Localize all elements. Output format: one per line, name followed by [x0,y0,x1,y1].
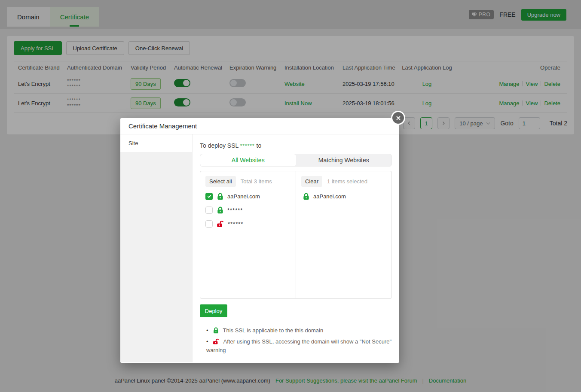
unlock-icon [217,220,224,228]
lock-icon [303,193,310,200]
modal-title: Certificate Management [128,122,197,130]
select-all-button[interactable]: Select all [205,176,236,187]
modal-close-button[interactable] [392,112,404,124]
website-label: aaPanel.com [227,193,260,200]
bullet: • [206,338,208,345]
sidebar-item-label: Site [128,140,138,146]
selected-websites-panel: Clear 1 items selected aaPanel.com [296,171,391,298]
website-checkbox[interactable] [205,220,213,228]
website-filter-tabs: All Websites Matching Websites [200,154,392,167]
modal-content: To deploy SSL ****** to All Websites Mat… [193,134,399,362]
list-item: aaPanel.com [205,192,290,200]
note-text: This SSL is applicable to the this domai… [223,327,324,334]
unlock-icon [213,338,220,345]
website-label: ****** [227,207,243,213]
tab-matching-websites[interactable]: Matching Websites [296,154,392,166]
modal-sidebar: Site [120,134,193,362]
tab-all-websites[interactable]: All Websites [200,154,296,166]
selected-websites-list: aaPanel.com [296,187,391,200]
list-item: ****** [205,206,290,214]
clear-button[interactable]: Clear [301,176,322,187]
website-checkbox[interactable] [205,193,213,200]
lock-icon [217,193,224,200]
ssl-notes: • This SSL is applicable to the this dom… [200,326,392,355]
deploy-text-suffix: to [257,142,262,149]
note-text: After using this SSL, accessing the doma… [206,338,391,353]
deploy-target-text: To deploy SSL ****** to [200,142,392,149]
website-label: ****** [228,221,243,227]
modal-header: Certificate Management [120,118,399,134]
deploy-text-prefix: To deploy SSL [200,142,239,149]
website-checkbox[interactable] [205,207,213,214]
sidebar-item-site[interactable]: Site [120,134,192,152]
available-websites-list: aaPanel.com ****** [200,187,296,228]
list-item: ****** [205,220,290,228]
list-item: aaPanel.com [303,192,386,200]
check-icon [207,194,212,199]
website-label: aaPanel.com [313,193,346,200]
close-icon [396,115,401,121]
available-count: Total 3 items [241,178,272,185]
lock-icon [217,207,224,214]
lock-icon [213,327,219,334]
note-insecure: • After using this SSL, accessing the do… [202,337,392,355]
website-transfer: Select all Total 3 items [200,171,392,299]
certificate-management-dialog: Certificate Management Site To deploy SS… [120,118,399,363]
bullet: • [206,327,208,334]
selected-count: 1 items selected [327,178,367,185]
ssl-name: ****** [240,143,255,149]
note-secure: • This SSL is applicable to the this dom… [202,326,392,335]
available-websites-panel: Select all Total 3 items [200,171,296,298]
deploy-button[interactable]: Deploy [200,304,227,317]
